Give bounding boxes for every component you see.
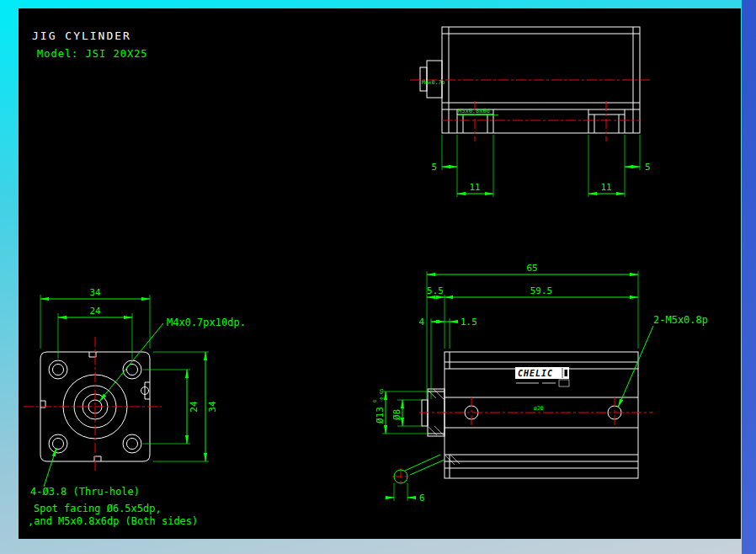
note-thru-hole: 4-Ø3.8 (Thru-hole) [30, 486, 140, 498]
slot-detail [394, 455, 445, 483]
section-extensions [382, 271, 638, 501]
dim-body-59-5: 59.5 [530, 285, 553, 296]
bore-tol-lower: -0.05 [379, 388, 384, 402]
dim-left-11: 11 [469, 182, 480, 193]
center-thread-leader [99, 323, 163, 402]
bore-dia-label: Ø13 [375, 407, 386, 423]
dim-left-5: 5 [431, 162, 437, 173]
drawing-canvas[interactable]: JIG CYLINDER Model: JSI 20X25 [19, 8, 741, 539]
dim-stub-4: 4 [418, 317, 424, 328]
note-thread: ,and M5x0.8x6dp (Both sides) [28, 515, 198, 527]
section-view: CHELIC [372, 263, 708, 503]
right-strip [742, 0, 756, 554]
note-leader [44, 448, 56, 487]
dim-slot-6: 6 [419, 493, 425, 503]
side-view-centerlines [410, 80, 650, 141]
side-view: 5 11 11 5 M4x0.7p M5x0.8x6d [410, 27, 651, 197]
page-title: JIG CYLINDER [32, 29, 131, 42]
model-label: Model: JSI 20X25 [37, 48, 148, 60]
section-dimensions [386, 274, 653, 498]
dim-height-24: 24 [189, 401, 200, 413]
drawing-svg: JIG CYLINDER Model: JSI 20X25 [19, 8, 741, 539]
brand-label: CHELIC [518, 369, 553, 378]
front-view: 34 24 24 34 M4x0.7px10dp. 4-Ø3.8 (Thru-h… [24, 287, 246, 527]
brand-plate: CHELIC [515, 367, 569, 386]
dim-total-65: 65 [526, 263, 537, 274]
dim-right-11: 11 [600, 182, 611, 193]
boss-thread-label: M4x0.7p [422, 79, 445, 86]
piston-dia-label: ø20 [534, 405, 544, 412]
dim-cap-5-5: 5.5 [427, 285, 444, 296]
dim-right-5: 5 [645, 162, 651, 173]
note-spot-facing: Spot facing Ø6.5x5dp, [34, 503, 162, 514]
window-frame: JIG CYLINDER Model: JSI 20X25 [0, 0, 756, 554]
port-thread-leader [618, 326, 653, 408]
dim-plate-1-5: 1.5 [461, 317, 477, 328]
dim-width-34: 34 [89, 287, 101, 298]
rod-dia-label: Ø8 [391, 409, 402, 420]
bore-tol-upper: 0 [372, 400, 377, 402]
dim-height-34: 34 [207, 401, 218, 413]
mount-thread-label: M5x0.8x6d [458, 108, 490, 115]
port-thread-label: 2-M5x0.8p [653, 314, 708, 326]
center-thread-label: M4x0.7px10dp. [167, 317, 246, 328]
section-centerlines [392, 397, 652, 485]
dim-width-24: 24 [89, 306, 101, 317]
